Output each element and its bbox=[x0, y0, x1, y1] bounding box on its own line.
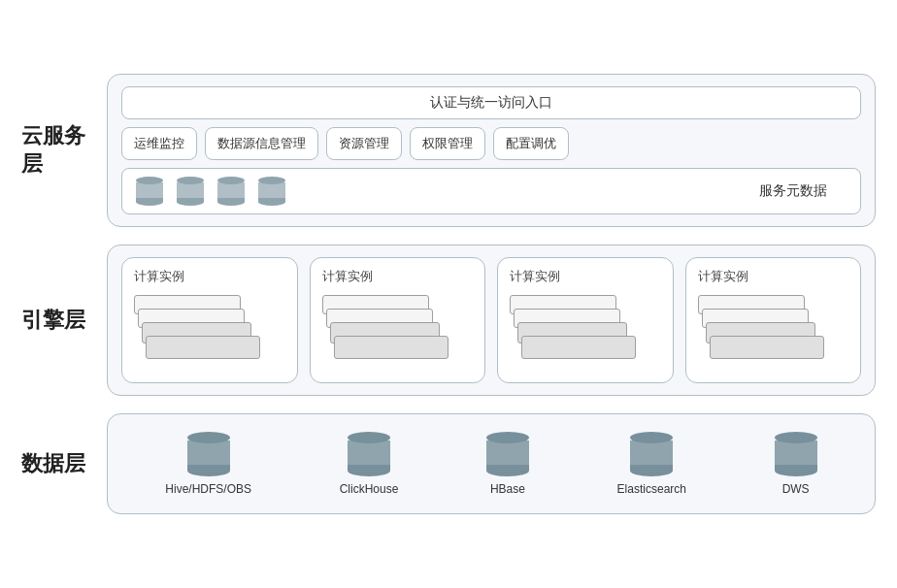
cloud-row1: 认证与统一访问入口 bbox=[121, 86, 861, 119]
compute-instance-0: 计算实例 bbox=[121, 257, 298, 383]
auth-bar: 认证与统一访问入口 bbox=[121, 86, 861, 119]
db-icon-4 bbox=[258, 177, 285, 206]
cloud-layer-row: 云服务层 认证与统一访问入口 运维监控数据源信息管理资源管理权限管理配置调优 bbox=[21, 74, 876, 227]
card-stack-0 bbox=[134, 295, 287, 373]
compute-label-1: 计算实例 bbox=[322, 268, 373, 285]
data-label-3: Elasticsearch bbox=[617, 482, 686, 496]
compute-label-3: 计算实例 bbox=[698, 268, 748, 285]
card-3-3 bbox=[710, 336, 824, 359]
service-db-icons bbox=[136, 177, 285, 206]
data-layer-row: 数据层 Hive/HDFS/OBSClickHouseHBaseElastics… bbox=[21, 413, 876, 514]
data-db-icon-0 bbox=[187, 432, 230, 476]
data-item-2: HBase bbox=[486, 432, 529, 496]
data-label-1: ClickHouse bbox=[340, 482, 399, 496]
card-stack-2 bbox=[510, 295, 663, 373]
engine-layer-row: 引擎层 计算实例计算实例计算实例计算实例 bbox=[21, 245, 876, 396]
cloud-layer-content: 认证与统一访问入口 运维监控数据源信息管理资源管理权限管理配置调优 bbox=[107, 74, 876, 227]
data-item-0: Hive/HDFS/OBS bbox=[165, 432, 251, 496]
db-icon-3 bbox=[217, 177, 245, 206]
data-label-0: Hive/HDFS/OBS bbox=[165, 482, 251, 496]
db-icon-2 bbox=[177, 177, 204, 206]
cloud-box-2: 资源管理 bbox=[326, 127, 402, 160]
compute-label-2: 计算实例 bbox=[510, 268, 560, 285]
card-2-3 bbox=[521, 336, 636, 359]
card-stack-1 bbox=[322, 295, 476, 373]
data-item-1: ClickHouse bbox=[340, 432, 399, 496]
data-label-2: HBase bbox=[490, 482, 525, 496]
engine-layer-label: 引擎层 bbox=[21, 307, 91, 335]
data-db-icon-2 bbox=[486, 432, 529, 476]
data-item-3: Elasticsearch bbox=[617, 432, 686, 496]
cloud-box-3: 权限管理 bbox=[410, 127, 485, 160]
card-0-3 bbox=[146, 336, 260, 359]
cloud-box-0: 运维监控 bbox=[121, 127, 197, 160]
meta-label: 服务元数据 bbox=[299, 182, 847, 200]
compute-instance-1: 计算实例 bbox=[310, 257, 486, 383]
cloud-box-1: 数据源信息管理 bbox=[205, 127, 318, 160]
data-db-icon-1 bbox=[348, 432, 390, 476]
db-icon-1 bbox=[136, 177, 163, 206]
data-db-icon-4 bbox=[775, 432, 817, 476]
data-items: Hive/HDFS/OBSClickHouseHBaseElasticsearc… bbox=[121, 426, 861, 502]
data-label-4: DWS bbox=[782, 482, 810, 496]
compute-label-0: 计算实例 bbox=[134, 268, 184, 285]
architecture-diagram: 云服务层 认证与统一访问入口 运维监控数据源信息管理资源管理权限管理配置调优 bbox=[12, 58, 885, 530]
cloud-row2: 运维监控数据源信息管理资源管理权限管理配置调优 bbox=[121, 127, 861, 160]
cloud-layer-label: 云服务层 bbox=[21, 122, 91, 178]
data-layer-label: 数据层 bbox=[21, 450, 91, 478]
card-stack-3 bbox=[698, 295, 851, 373]
cloud-row3: 服务元数据 bbox=[121, 168, 861, 214]
card-1-3 bbox=[334, 336, 448, 359]
compute-instance-3: 计算实例 bbox=[685, 257, 862, 383]
data-db-icon-3 bbox=[630, 432, 673, 476]
data-item-4: DWS bbox=[775, 432, 817, 496]
cloud-box-4: 配置调优 bbox=[493, 127, 569, 160]
engine-instances: 计算实例计算实例计算实例计算实例 bbox=[121, 257, 861, 383]
compute-instance-2: 计算实例 bbox=[497, 257, 674, 383]
data-layer-content: Hive/HDFS/OBSClickHouseHBaseElasticsearc… bbox=[107, 413, 876, 514]
engine-layer-content: 计算实例计算实例计算实例计算实例 bbox=[107, 245, 876, 396]
